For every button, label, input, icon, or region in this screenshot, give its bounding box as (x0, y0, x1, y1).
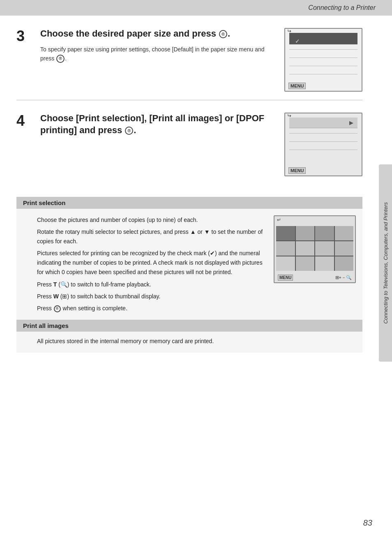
ps-para-4: Press T (🔍) to switch to full-frame play… (37, 280, 265, 289)
print-all-section: Print all images All pictures stored in … (16, 320, 362, 353)
menu-line-4a (289, 133, 357, 134)
print-selection-text: Choose the pictures and number of copies… (37, 215, 265, 313)
screen-check-3: ✓ (295, 38, 300, 44)
ok-button-icon-3b: ® (56, 55, 65, 63)
camera-screen-3: ↵ ✓ MENU (284, 28, 362, 92)
header-title: Connecting to a Printer (308, 4, 376, 12)
menu-line-4c (289, 150, 357, 150)
thumb-cell-11 (335, 256, 354, 271)
screen-menu-label-3: MENU (288, 83, 306, 89)
step-3-title-text: Choose the desired paper size and press … (40, 28, 230, 39)
print-selection-body: Choose the pictures and number of copies… (16, 209, 362, 320)
screen-selected-row-3: ✓ (289, 33, 357, 44)
screen-top-bar-4: ▶ (289, 118, 357, 128)
thumb-cell-8 (276, 256, 295, 271)
ps-para-5: Press W (⊞) to switch back to thumbnail … (37, 292, 265, 301)
page-number: 83 (363, 518, 372, 528)
menu-line-1 (289, 49, 357, 50)
thumb-grid (276, 226, 353, 271)
step-4-title-text: Choose [Print selection], [Print all ima… (40, 113, 264, 135)
thumb-cell-9 (296, 256, 315, 271)
menu-line-3 (289, 66, 357, 66)
thumb-cell-2 (315, 226, 334, 240)
ok-button-icon-ps: ® (54, 305, 61, 312)
step-3-title: Choose the desired paper size and press … (40, 28, 276, 40)
step-3-body: To specify paper size using printer sett… (40, 45, 276, 63)
step-3-section: 3 Choose the desired paper size and pres… (16, 28, 362, 100)
thumb-screen: ↵ MENU (274, 215, 356, 283)
print-selection-header: Print selection (16, 197, 362, 209)
thumb-cell-3 (335, 226, 354, 240)
thumb-screen-menu: MENU (278, 275, 293, 281)
thumb-cell-4 (276, 241, 295, 256)
menu-line-4b (289, 141, 357, 142)
step-4-image: ↵ ▶ MENU (284, 113, 362, 176)
thumb-cell-0 (276, 226, 295, 240)
step-4-section: 4 Choose [Print selection], [Print all i… (16, 113, 362, 185)
step-4-content: Choose [Print selection], [Print all ima… (40, 113, 276, 141)
ps-para-3: Pictures selected for printing can be re… (37, 249, 265, 277)
screen-arrow-4: ▶ (349, 120, 353, 126)
thumb-cell-1 (296, 226, 315, 240)
step-4-number: 4 (16, 113, 36, 128)
step-4-title: Choose [Print selection], [Print all ima… (40, 113, 276, 136)
ps-para-1: Choose the pictures and number of copies… (37, 215, 265, 225)
step-3-image: ↵ ✓ MENU (284, 28, 362, 92)
ps-para-2: Rotate the rotary multi selector to sele… (37, 227, 265, 246)
ok-button-icon-3: ® (219, 30, 227, 38)
thumb-cell-7 (335, 241, 354, 256)
side-tab: Connecting to Televisions, Computers, an… (379, 164, 392, 362)
print-all-header: Print all images (16, 320, 362, 332)
camera-screen-4: ↵ ▶ MENU (284, 113, 362, 176)
main-content: 3 Choose the desired paper size and pres… (0, 16, 392, 365)
thumb-icon-top: ↵ (277, 217, 281, 223)
print-all-body: All pictures stored in the internal memo… (16, 332, 362, 353)
thumb-cell-5 (296, 241, 315, 256)
t-key: T (53, 281, 57, 288)
thumb-screen-controls: ⊞+－🔍 (335, 275, 352, 281)
thumb-cell-10 (315, 256, 334, 271)
w-key: W (53, 293, 59, 300)
side-tab-text: Connecting to Televisions, Computers, an… (383, 202, 389, 324)
menu-line-4 (289, 74, 357, 74)
step-3-content: Choose the desired paper size and press … (40, 28, 276, 63)
menu-line-2 (289, 58, 357, 58)
print-selection-section: Print selection Choose the pictures and … (16, 197, 362, 320)
ok-button-icon-4: ® (125, 127, 133, 135)
thumb-cell-6 (315, 241, 334, 256)
ps-para-6: Press ® when setting is complete. (37, 304, 265, 313)
header-bar: Connecting to a Printer (0, 0, 392, 16)
screen-menu-label-4: MENU (288, 167, 306, 174)
step-3-number: 3 (16, 29, 36, 44)
